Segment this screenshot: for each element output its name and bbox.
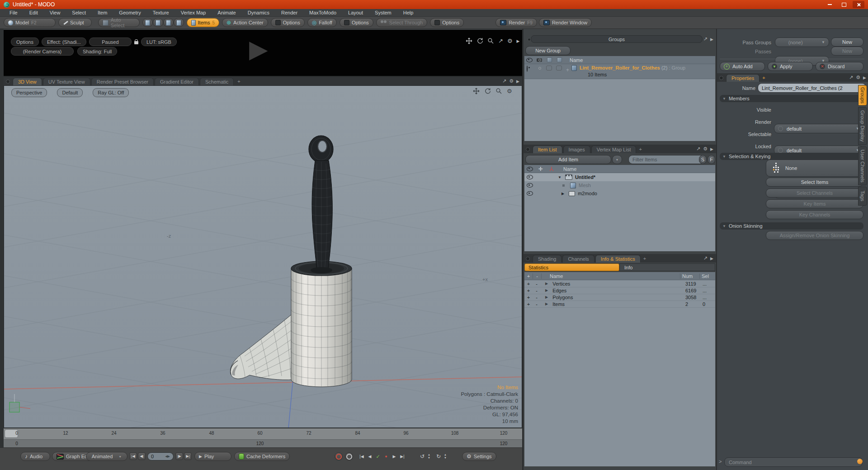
eye-icon[interactable] — [527, 66, 528, 72]
tab-schematic[interactable]: Schematic — [200, 78, 234, 85]
panel-menu-arrow-icon[interactable]: ▶ — [710, 256, 713, 261]
stat-row-items[interactable]: + - ▶ Items 2 0 — [524, 301, 715, 308]
next-key-button[interactable]: ▶| — [399, 454, 406, 459]
preview-play-icon[interactable]: ▶ — [249, 37, 268, 61]
menu-file[interactable]: File — [4, 10, 24, 15]
menu-render[interactable]: Render — [275, 10, 303, 15]
new-pass-group-button[interactable]: New — [831, 38, 863, 47]
checkbox[interactable] — [556, 66, 562, 70]
tab-gradient-editor[interactable]: Gradient Editor — [155, 78, 199, 85]
move-column-icon[interactable]: ✛ — [535, 166, 546, 172]
panel-menu-arrow-icon[interactable]: ▶ — [516, 79, 519, 84]
menu-help[interactable]: Help — [397, 10, 420, 15]
tab-item-list[interactable]: Item List — [533, 146, 562, 153]
panel-menu-dot[interactable] — [526, 147, 530, 151]
step-forward-button[interactable]: |▶ — [175, 452, 183, 460]
gear-icon[interactable]: ⚙ — [509, 78, 514, 84]
current-frame-field[interactable]: 0 ◀▶ — [147, 452, 174, 461]
menu-view[interactable]: View — [44, 10, 66, 15]
side-tab-tags[interactable]: Tags — [858, 187, 867, 206]
falloff-options-button[interactable]: Options — [340, 18, 373, 27]
falloff-button[interactable]: ◎ Falloff — [307, 18, 337, 27]
search-mode-f-button[interactable]: F — [708, 155, 715, 164]
preview-lut-button[interactable]: LUT: sRGB — [141, 38, 177, 46]
select-channels-button[interactable]: Select Channels — [766, 188, 863, 197]
onion-skinning-section-header[interactable]: ▼ Onion Skinning — [720, 222, 863, 230]
new-pass-button[interactable]: New — [831, 47, 863, 56]
collapse-arrow-icon[interactable]: ▶ — [561, 192, 564, 196]
stat-row-edges[interactable]: + - ▶ Edges 6169 ... — [524, 287, 715, 294]
pan-icon[interactable] — [466, 38, 472, 44]
expand-icon[interactable]: ↗ — [703, 36, 708, 42]
menu-animate[interactable]: Animate — [212, 10, 241, 15]
tab-render-preset-browser[interactable]: Render Preset Browser — [91, 78, 154, 85]
cache-deformers-button[interactable]: Cache Deformers — [234, 452, 290, 461]
subtab-info[interactable]: Info — [619, 263, 715, 271]
select-items-button[interactable]: Select Items — [766, 178, 863, 187]
animated-dropdown[interactable]: Animated ▼ — [86, 452, 127, 461]
selection-keying-section-header[interactable]: ▼ Selection & Keying — [720, 153, 863, 160]
expand-icon[interactable]: ↗ — [498, 38, 503, 44]
apply-button[interactable]: ▼ Apply — [768, 62, 813, 71]
step-back-button[interactable]: ◀| — [138, 452, 146, 460]
cube-column-icon[interactable] — [557, 57, 562, 62]
add-tab-button[interactable]: + — [762, 75, 765, 80]
menu-item[interactable]: Item — [92, 10, 113, 15]
prev-frame-button[interactable]: ◀ — [366, 454, 373, 459]
tab-vertex-map-list[interactable]: Vertex Map List — [591, 146, 637, 153]
item-row-scene[interactable]: ▼ Untitled* — [524, 173, 715, 181]
group-name[interactable]: Lint_Remover_Roller_for_Clothes — [580, 65, 660, 70]
command-input[interactable] — [724, 457, 863, 467]
viewport-raygl-button[interactable]: Ray GL: Off — [93, 88, 129, 97]
members-section-header[interactable]: ▼ Members — [720, 95, 863, 102]
side-tab-group-display[interactable]: Group Display — [858, 107, 867, 145]
expand-plus[interactable]: + — [524, 301, 533, 307]
side-tab-groups[interactable]: Groups — [858, 85, 867, 106]
add-item-button[interactable]: Add Item — [525, 155, 611, 164]
panel-menu-dot[interactable] — [6, 80, 10, 84]
none-mode-button[interactable]: None — [766, 160, 863, 177]
gear-icon[interactable]: ⚙ — [856, 75, 860, 80]
menu-maxtomodo[interactable]: MaxToModo — [303, 10, 342, 15]
tab-uv-texture-view[interactable]: UV Texture View — [43, 78, 90, 85]
group-row[interactable]: + Lint_Remover_Roller_for_Clothes (2) : … — [524, 64, 715, 79]
panel-menu-dot[interactable] — [719, 76, 723, 80]
loop-step-icons[interactable]: ▲ ▼ — [444, 453, 447, 460]
preview-options-button[interactable]: Options — [11, 38, 39, 46]
audio-button[interactable]: ♪ Audio — [20, 452, 50, 461]
add-tab-button[interactable]: + — [639, 146, 642, 152]
stat-row-polygons[interactable]: + - ▶ Polygons 3058 ... — [524, 294, 715, 301]
auto-add-button[interactable]: + Auto Add — [720, 62, 765, 71]
next-frame-button[interactable]: ▶ — [391, 454, 398, 459]
item-row-m2modo[interactable]: ▶ m2modo — [524, 189, 715, 197]
cube-column-icon[interactable] — [547, 57, 552, 62]
prev-key-button[interactable]: |◀ — [358, 454, 365, 459]
subtab-statistics[interactable]: Statistics — [524, 263, 619, 271]
visibility-column-icon[interactable] — [527, 167, 533, 171]
collapse-minus[interactable]: - — [533, 301, 541, 307]
key-items-button[interactable]: Key Items — [766, 199, 863, 208]
action-center-options-button[interactable]: Options — [271, 18, 305, 27]
panel-menu-dot[interactable] — [526, 257, 530, 261]
expand-arrow-icon[interactable]: ▼ — [558, 175, 561, 179]
auto-key-button[interactable] — [335, 452, 343, 461]
gear-icon[interactable]: ⚙ — [507, 38, 513, 44]
viewport-shading-button[interactable]: Default — [57, 88, 83, 97]
minimize-button[interactable] — [824, 1, 835, 8]
gear-icon[interactable]: ⚙ — [507, 88, 512, 94]
search-mode-s-button[interactable]: S — [699, 155, 707, 164]
checkbox[interactable] — [546, 66, 552, 70]
loop-forward-icon[interactable]: ↻ — [435, 453, 442, 460]
preview-effect-button[interactable]: Effect: (Shadi... — [42, 38, 86, 46]
expand-icon[interactable]: ↗ — [696, 146, 700, 152]
groups-panel-title-bar[interactable]: Groups — [531, 35, 703, 43]
tab-shading[interactable]: Shading — [533, 255, 561, 263]
group-name-input[interactable] — [758, 83, 866, 93]
menu-layout[interactable]: Layout — [342, 10, 369, 15]
collapse-minus[interactable]: - — [533, 288, 541, 293]
status-dot[interactable] — [857, 459, 863, 464]
sculpt-mode-button[interactable]: Sculpt — [58, 18, 92, 27]
play-button[interactable]: ▶ Play — [194, 452, 231, 461]
menu-system[interactable]: System — [369, 10, 397, 15]
panel-menu-arrow-icon[interactable]: ▶ — [517, 39, 520, 43]
